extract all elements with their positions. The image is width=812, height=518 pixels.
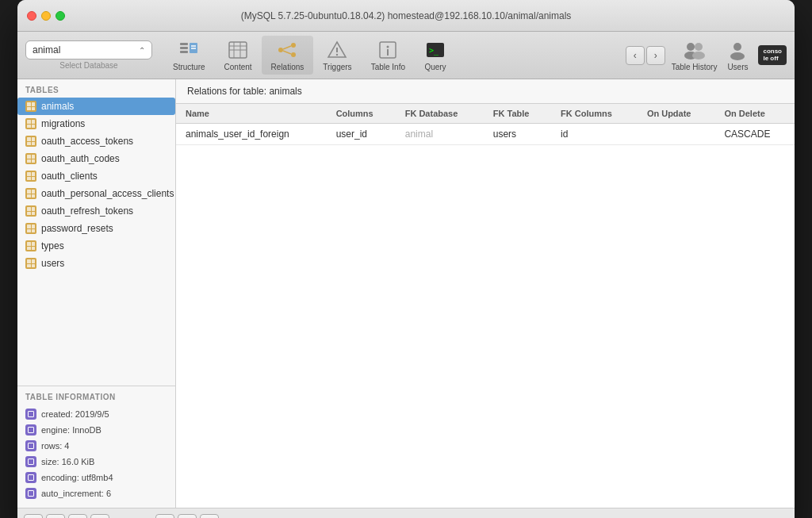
table-icon-animals: [25, 101, 36, 112]
table-icon-migrations: [25, 118, 36, 129]
sidebar: TABLES animals: [17, 79, 176, 508]
table-info-heading: TABLE INFORMATION: [17, 393, 175, 406]
info-label-engine: engine: InnoDB: [41, 425, 102, 435]
toolbar-right: ‹ › Table History: [626, 39, 787, 71]
col-name: Name: [176, 104, 327, 124]
minimize-button[interactable]: [41, 11, 51, 21]
maximize-button[interactable]: [56, 11, 65, 21]
content-label: Content: [224, 63, 252, 71]
table-item-oauth-refresh[interactable]: oauth_refresh_tokens: [17, 202, 175, 220]
svg-point-18: [336, 54, 338, 56]
info-label-encoding: encoding: utf8mb4: [41, 473, 113, 482]
structure-label: Structure: [173, 63, 205, 71]
db-selector-value: animal: [33, 44, 60, 56]
info-label-size: size: 16.0 KiB: [41, 457, 94, 466]
relations-table[interactable]: Name Columns FK Database FK Table FK Col…: [176, 104, 795, 508]
svg-point-28: [733, 43, 741, 51]
svg-point-13: [291, 52, 296, 57]
toolbar-btn-table-info[interactable]: Table Info: [362, 36, 415, 75]
toolbar-btn-query[interactable]: >_ Query: [415, 36, 456, 75]
row-on-delete: CASCADE: [714, 124, 795, 145]
info-label-auto-increment: auto_increment: 6: [41, 489, 111, 498]
nav-back-button[interactable]: ‹: [626, 46, 645, 65]
info-icon-engine: [25, 424, 36, 436]
add-relation-button[interactable]: +: [155, 514, 174, 519]
table-item-oauth-personal[interactable]: oauth_personal_access_clients: [17, 185, 175, 202]
table-item-oauth-clients[interactable]: oauth_clients: [17, 167, 175, 185]
svg-rect-0: [180, 43, 188, 45]
row-name: animals_user_id_foreign: [176, 124, 327, 145]
col-fk-database: FK Database: [396, 104, 484, 124]
users-button[interactable]: Users: [723, 39, 752, 71]
table-history-icon: [680, 39, 709, 61]
table-icon-ort: [25, 205, 36, 217]
table-item-animals[interactable]: animals: [17, 98, 175, 115]
users-label: Users: [727, 63, 748, 71]
table-information-section: TABLE INFORMATION created: 2019/9/5 engi…: [17, 386, 175, 508]
structure-icon: [178, 39, 200, 61]
table-info-label: Table Info: [371, 63, 405, 71]
info-label-created: created: 2019/9/5: [41, 409, 109, 419]
table-history-button[interactable]: Table History: [672, 39, 718, 71]
info-label-rows: rows: 4: [41, 441, 69, 451]
col-on-delete: On Delete: [714, 104, 795, 124]
row-fk-table: users: [484, 124, 551, 145]
table-row[interactable]: animals_user_id_foreign user_id animal u…: [176, 124, 795, 145]
add-table-button[interactable]: +: [24, 514, 43, 519]
export-button[interactable]: ⬆: [90, 514, 109, 519]
table-icon-users: [25, 258, 36, 269]
table-name-animals: animals: [41, 101, 74, 112]
table-item-migrations[interactable]: migrations: [17, 115, 175, 132]
svg-point-29: [730, 52, 745, 60]
toolbar-btn-structure[interactable]: Structure: [163, 36, 215, 75]
toolbar: animal ⌃ Select Database Str: [17, 32, 795, 79]
toolbar-btn-relations[interactable]: Relations: [262, 36, 314, 75]
relations-data-table: Name Columns FK Database FK Table FK Col…: [176, 104, 795, 145]
table-name-users: users: [41, 258, 64, 269]
titlebar: (MySQL 5.7.25-0ubuntu0.18.04.2) homestea…: [17, 0, 795, 32]
query-icon: >_: [424, 39, 446, 61]
table-icon-types: [25, 240, 36, 251]
table-item-types[interactable]: types: [17, 237, 175, 255]
row-fk-columns: id: [551, 124, 638, 145]
svg-point-20: [387, 46, 389, 48]
info-item-encoding: encoding: utf8mb4: [17, 470, 175, 485]
db-selector-label: Select Database: [59, 61, 117, 70]
close-button[interactable]: [27, 11, 36, 21]
relations-icon: [276, 39, 298, 61]
relations-header: Relations for table: animals: [176, 79, 795, 104]
main-window: (MySQL 5.7.25-0ubuntu0.18.04.2) homestea…: [17, 0, 795, 518]
relations-label: Relations: [271, 63, 304, 71]
table-name-oc: oauth_clients: [41, 171, 98, 182]
refresh-button[interactable]: ↻: [68, 514, 87, 519]
table-icon-oat: [25, 136, 36, 147]
row-fk-database: animal: [396, 124, 484, 145]
nav-forward-button[interactable]: ›: [646, 46, 665, 65]
info-icon-created: [25, 409, 36, 420]
svg-text:>_: >_: [429, 46, 439, 56]
settings-button[interactable]: ⚙: [46, 514, 65, 519]
toolbar-btn-content[interactable]: Content: [215, 36, 262, 75]
db-selector[interactable]: animal ⌃: [25, 40, 152, 59]
info-item-created: created: 2019/9/5: [17, 406, 175, 422]
refresh-relations-button[interactable]: ↻: [200, 514, 219, 519]
info-item-auto-increment: auto_increment: 6: [17, 485, 175, 501]
table-name-oat: oauth_access_tokens: [41, 136, 133, 147]
table-icon-pr: [25, 223, 36, 234]
nav-arrows: ‹ ›: [626, 46, 665, 65]
toolbar-btn-triggers[interactable]: Triggers: [313, 36, 361, 75]
table-list: TABLES animals: [17, 79, 175, 386]
svg-point-12: [291, 43, 296, 48]
table-name-ort: oauth_refresh_tokens: [41, 205, 133, 217]
triggers-icon: [326, 39, 348, 61]
table-item-oauth-auth-codes[interactable]: oauth_auth_codes: [17, 150, 175, 167]
svg-rect-1: [180, 47, 188, 49]
table-item-oauth-access-tokens[interactable]: oauth_access_tokens: [17, 132, 175, 150]
table-item-password-resets[interactable]: password_resets: [17, 220, 175, 237]
remove-relation-button[interactable]: −: [178, 514, 197, 519]
svg-point-24: [687, 43, 695, 51]
table-icon-opac: [25, 188, 36, 199]
row-columns: user_id: [327, 124, 396, 145]
console-button[interactable]: console off: [758, 45, 787, 66]
table-item-users[interactable]: users: [17, 255, 175, 272]
